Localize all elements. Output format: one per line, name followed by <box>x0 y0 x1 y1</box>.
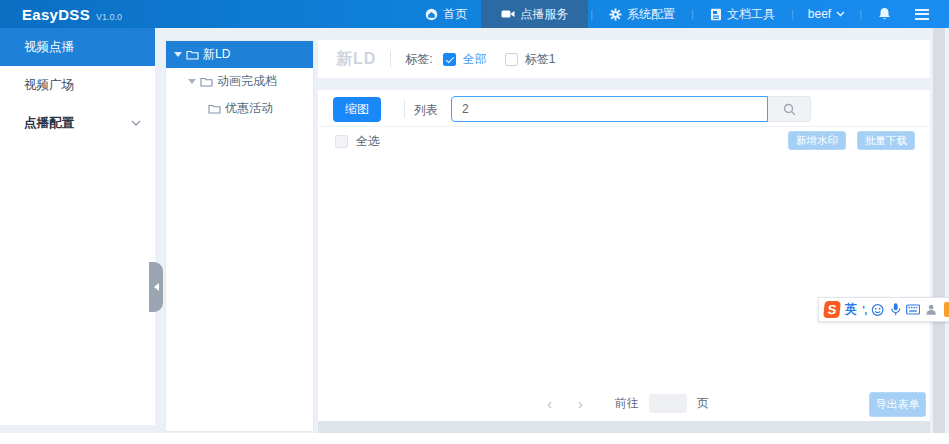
nav-item-label: 点播服务 <box>520 6 568 23</box>
tree-node-label: 优惠活动 <box>225 100 273 117</box>
sidebar-item-vod-config[interactable]: 点播配置 <box>0 104 155 142</box>
sidebar-item-vod[interactable]: 视频点播 <box>0 28 155 66</box>
video-list-card: 缩图 列表 全选 新增水印 批量下载 ‹ › 前往 页 导出表单 <box>318 90 930 421</box>
folder-icon <box>200 76 213 87</box>
tag-1-checkbox[interactable] <box>505 53 518 66</box>
tag-all-label[interactable]: 全部 <box>463 51 487 68</box>
tree-node-promo-activity[interactable]: 优惠活动 <box>166 95 313 122</box>
prev-page-button[interactable]: ‹ <box>539 396 560 412</box>
tree-node-new-ld[interactable]: 新LD <box>166 41 313 68</box>
chevron-down-icon <box>131 120 141 126</box>
toolbar-divider <box>404 100 405 118</box>
chevron-down-icon <box>836 11 845 17</box>
ime-punctuation-icon[interactable]: ’, <box>862 304 866 316</box>
nav-item-home[interactable]: 首页 <box>411 0 481 28</box>
top-navigation-bar: EasyDSS V1.0.0 首页 点播服务 | 系统配置 | 文档工具 | <box>0 0 949 28</box>
bell-icon <box>878 7 891 21</box>
notifications-button[interactable] <box>864 7 905 22</box>
collapse-arrow-icon <box>154 283 159 291</box>
nav-item-label: 首页 <box>443 6 467 23</box>
goto-page-input[interactable] <box>649 394 687 413</box>
batch-actions: 新增水印 批量下载 <box>788 131 915 150</box>
hamburger-menu-icon[interactable] <box>915 9 929 20</box>
sidebar-item-label: 视频广场 <box>24 77 74 94</box>
tree-expand-caret-icon[interactable] <box>174 52 182 57</box>
select-all-row[interactable]: 全选 <box>335 133 380 150</box>
select-all-checkbox[interactable] <box>335 135 348 148</box>
tree-node-label: 动画完成档 <box>217 73 277 90</box>
nav-separator: | <box>588 8 595 20</box>
microphone-icon[interactable] <box>890 302 901 317</box>
user-menu[interactable]: beef <box>796 7 857 21</box>
pagination: ‹ › 前往 页 <box>318 394 930 413</box>
nav-item-label: 系统配置 <box>627 6 675 23</box>
goto-label: 前往 <box>615 395 639 412</box>
thumbnail-view-button[interactable]: 缩图 <box>333 97 381 122</box>
list-view-label[interactable]: 列表 <box>414 102 438 119</box>
gear-icon <box>609 8 622 21</box>
sidebar-item-video-square[interactable]: 视频广场 <box>0 66 155 104</box>
tags-label: 标签: <box>405 51 432 68</box>
user-name: beef <box>808 7 831 21</box>
app-logo: EasyDSS <box>22 6 90 23</box>
batch-download-button[interactable]: 批量下载 <box>857 131 915 150</box>
nav-item-vod-service[interactable]: 点播服务 <box>481 0 588 28</box>
tag-all-checkbox[interactable] <box>443 53 456 66</box>
card-footer-strip <box>318 421 930 433</box>
vertical-scrollbar[interactable] <box>933 28 945 433</box>
search-input[interactable] <box>451 96 768 122</box>
sidebar-item-label: 点播配置 <box>24 115 74 132</box>
next-page-button[interactable]: › <box>570 396 591 412</box>
select-all-label: 全选 <box>356 133 380 150</box>
tag-1-label[interactable]: 标签1 <box>525 51 556 68</box>
content-header-card: 新LD 标签: 全部 标签1 <box>318 40 930 78</box>
add-watermark-button[interactable]: 新增水印 <box>788 131 846 150</box>
ime-toolbar: S 英 ’, <box>818 297 949 322</box>
nav-separator: | <box>789 8 796 20</box>
nav-separator: | <box>857 8 864 20</box>
home-icon <box>425 8 438 21</box>
nav-item-system-config[interactable]: 系统配置 <box>595 0 689 28</box>
ime-toolbox-icon[interactable] <box>944 302 949 317</box>
tree-node-animation-archive[interactable]: 动画完成档 <box>166 68 313 95</box>
folder-icon <box>186 49 199 60</box>
top-nav-items: 首页 点播服务 | 系统配置 | 文档工具 | beef | <box>411 0 949 28</box>
left-sidebar: 视频点播 视频广场 点播配置 <box>0 28 155 425</box>
tag-filter-1[interactable]: 标签1 <box>505 51 556 68</box>
tag-filter-all[interactable]: 全部 <box>443 51 487 68</box>
ime-language-mode[interactable]: 英 <box>845 301 857 318</box>
nav-item-label: 文档工具 <box>727 6 775 23</box>
tree-expand-caret-icon[interactable] <box>188 79 196 84</box>
emoji-icon[interactable] <box>871 303 884 317</box>
bottom-margin <box>0 433 949 444</box>
keyboard-icon[interactable] <box>906 304 920 315</box>
nav-item-doc-tools[interactable]: 文档工具 <box>696 0 789 28</box>
app-version: V1.0.0 <box>96 12 122 22</box>
skin-person-icon[interactable] <box>925 303 937 316</box>
search-button[interactable] <box>768 96 811 122</box>
search-icon <box>783 103 796 116</box>
folder-icon <box>208 103 221 114</box>
app-window: EasyDSS V1.0.0 首页 点播服务 | 系统配置 | 文档工具 | <box>0 0 949 444</box>
video-camera-icon <box>501 8 515 20</box>
nav-separator: | <box>689 8 696 20</box>
page-unit-label: 页 <box>697 395 709 412</box>
tree-node-label: 新LD <box>203 46 230 63</box>
document-icon <box>710 8 722 21</box>
folder-tree-panel: 新LD 动画完成档 优惠活动 <box>165 40 314 432</box>
export-form-button[interactable]: 导出表单 <box>869 392 926 417</box>
brand: EasyDSS V1.0.0 <box>22 6 122 23</box>
sidebar-collapse-handle[interactable] <box>149 262 163 312</box>
sogou-logo-icon[interactable]: S <box>823 301 841 318</box>
title-divider <box>390 51 391 67</box>
page-title: 新LD <box>336 49 376 70</box>
sidebar-item-label: 视频点播 <box>24 39 74 56</box>
